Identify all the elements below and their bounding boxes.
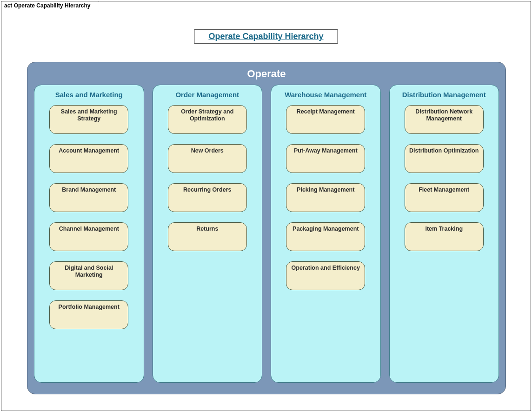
capability-box: Brand Management [49,183,128,212]
capability-box: Picking Management [286,183,365,212]
capability-box: Order Strategy and Optimization [168,105,247,134]
capability-box: Digital and Social Marketing [49,261,128,290]
capability-box: Operation and Efficiency [286,261,365,290]
capability-box: Portfolio Management [49,300,128,329]
capability-box: Item Tracking [405,222,484,251]
capability-box: Distribution Optimization [405,144,484,173]
col-title: Sales and Marketing [40,91,138,99]
capability-box: Put-Away Management [286,144,365,173]
capability-box: Recurring Orders [168,183,247,212]
capability-box: Distribution Network Management [405,105,484,134]
col-sales-and-marketing: Sales and Marketing Sales and Marketing … [34,85,144,383]
operate-label: Operate [34,68,499,80]
col-title: Order Management [159,91,257,99]
col-order-management: Order Management Order Strategy and Opti… [153,85,263,383]
capability-box: Packaging Management [286,222,365,251]
col-distribution-management: Distribution Management Distribution Net… [389,85,499,383]
capability-box: New Orders [168,144,247,173]
capability-box: Sales and Marketing Strategy [49,105,128,134]
col-title: Warehouse Management [277,91,375,99]
operate-container: Operate Sales and Marketing Sales and Ma… [27,62,506,394]
diagram-title: Operate Capability Hierarchy [194,29,338,44]
capability-box: Account Management [49,144,128,173]
col-warehouse-management: Warehouse Management Receipt Management … [271,85,381,383]
capability-box: Channel Management [49,222,128,251]
capability-box: Returns [168,222,247,251]
col-title: Distribution Management [395,91,493,99]
capability-box: Fleet Management [405,183,484,212]
capability-box: Receipt Management [286,105,365,134]
diagram-frame: act Operate Capability Hierarchy Operate… [1,1,531,411]
columns-row: Sales and Marketing Sales and Marketing … [34,85,499,383]
frame-tab: act Operate Capability Hierarchy [1,1,99,10]
